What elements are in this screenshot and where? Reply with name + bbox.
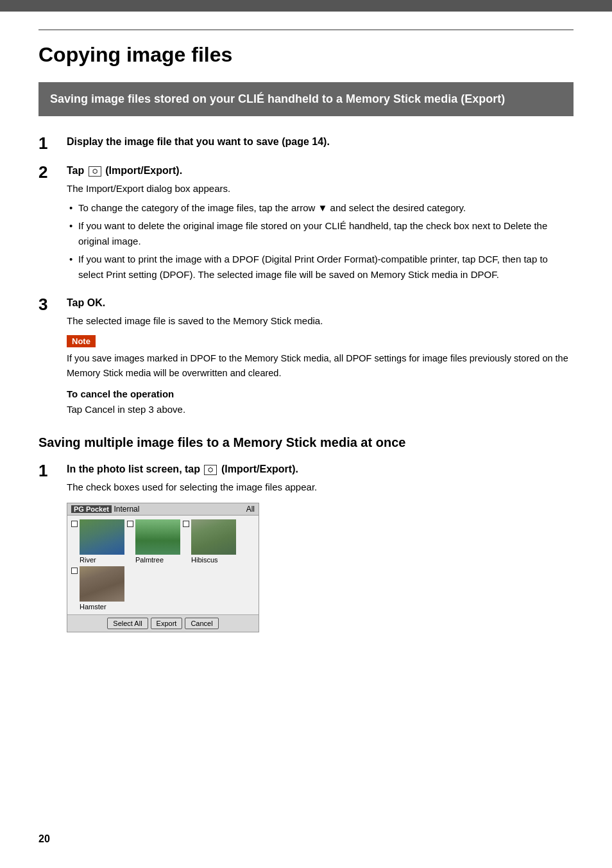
screenshot-item-river: River [71,519,124,564]
screenshot-item-hibiscus: Hibiscus [183,519,236,564]
screenshot-buttons: Select All Export Cancel [67,614,259,632]
screenshot-logo: PG Pocket Internal [71,505,139,514]
cancel-text: Tap Cancel in step 3 above. [67,402,574,417]
screenshot-toolbar: PG Pocket Internal All [67,503,259,516]
note-text: If you save images marked in DPOF to the… [67,351,574,381]
checkbox-hibiscus[interactable] [183,521,189,527]
import-export-icon: ⬡ [89,166,101,177]
cancel-heading: To cancel the operation [67,388,574,399]
checkbox-palmtree[interactable] [127,521,133,527]
screenshot-box: PG Pocket Internal All River [67,503,259,632]
step-2-body: The Import/Export dialog box appears. [67,181,574,196]
import-export-icon-2: ⬡ [204,465,217,475]
section2-step-1: 1 In the photo list screen, tap ⬡ (Impor… [38,462,574,632]
step-1-title: Display the image file that you want to … [67,134,574,150]
label-hamster: Hamster [71,603,106,611]
screenshot-location: Internal [114,505,139,514]
thumb-hamster [80,566,124,602]
section2-step-1-body: The check boxes used for selecting the i… [67,480,574,495]
thumb-river [80,519,124,555]
step-2-bullets: To change the category of the image file… [67,200,574,282]
bullet-1: To change the category of the image file… [67,200,574,216]
section1-header: Saving image files stored on your CLIÉ h… [38,82,574,116]
top-bar [0,0,612,12]
step-3-title: Tap OK. [67,295,574,311]
step-2-title: Tap ⬡ (Import/Export). [67,163,574,178]
label-river: River [71,556,96,564]
step-1: 1 Display the image file that you want t… [38,134,574,153]
thumb-palmtree [135,519,180,555]
page-content: Copying image files Saving image files s… [0,12,612,668]
page-title: Copying image files [38,43,574,67]
step-3-body: The selected image file is saved to the … [67,313,574,329]
step-3: 3 Tap OK. The selected image file is sav… [38,295,574,417]
screenshot-item-hamster: Hamster [71,566,124,611]
note-badge: Note [67,335,96,347]
checkbox-hamster[interactable] [71,568,78,574]
step-2-number: 2 [38,163,62,182]
export-button[interactable]: Export [151,618,183,629]
step-2: 2 Tap ⬡ (Import/Export). The Import/Expo… [38,163,574,285]
screenshot-item-palmtree: Palmtree [127,519,180,564]
section2-title: Saving multiple image files to a Memory … [38,435,574,450]
thumb-hibiscus [191,519,236,555]
bullet-3: If you want to print the image with a DP… [67,252,574,282]
section2-step-1-number: 1 [38,462,62,480]
section2-step-1-content: In the photo list screen, tap ⬡ (Import/… [67,462,574,632]
cancel-button[interactable]: Cancel [185,618,218,629]
bullet-2: If you want to delete the original image… [67,218,574,249]
page-number: 20 [38,833,50,845]
note-box: Note If you save images marked in DPOF t… [67,335,574,381]
label-hibiscus: Hibiscus [183,556,218,564]
step-3-number: 3 [38,295,62,314]
screenshot-filter: All [246,505,255,514]
step-1-number: 1 [38,134,62,153]
divider [38,30,574,30]
label-palmtree: Palmtree [127,556,164,564]
step-3-content: Tap OK. The selected image file is saved… [67,295,574,417]
step-1-content: Display the image file that you want to … [67,134,574,152]
screenshot-logo-text: PG Pocket [71,505,112,513]
section2-step-1-title: In the photo list screen, tap ⬡ (Import/… [67,462,574,477]
checkbox-river[interactable] [71,521,78,527]
step-2-content: Tap ⬡ (Import/Export). The Import/Export… [67,163,574,285]
select-all-button[interactable]: Select All [107,618,148,629]
